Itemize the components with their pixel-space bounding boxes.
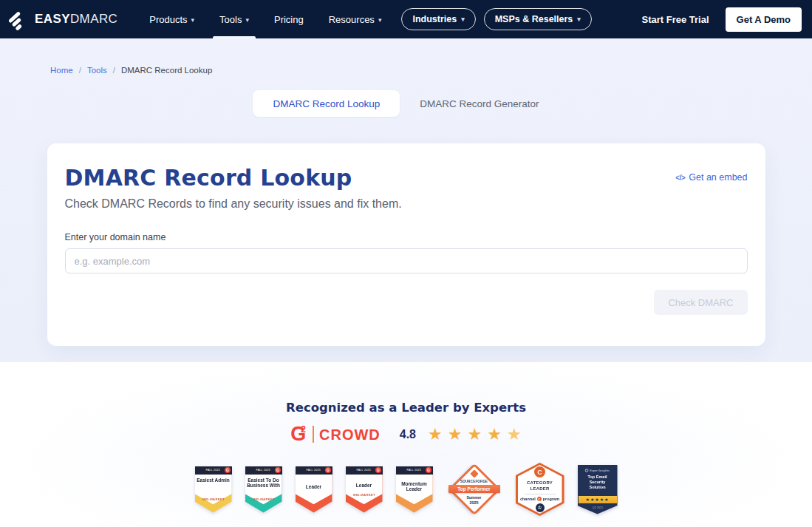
award-badges-row: FALL 2025 G Easiest Admin MID-MARKET FAL… (0, 461, 812, 517)
page-title: DMARC Record Lookup (65, 165, 352, 191)
sourceforge-top-performer-badge: SOURCEFORGE Top Performer Summer 2025 (446, 461, 502, 517)
nav-item-resources[interactable]: Resources ▾ (316, 0, 395, 38)
chevron-down-icon: ▾ (461, 16, 465, 23)
crown-icon: ♔ (536, 503, 545, 512)
nav-right: Start Free Trial Get A Demo (642, 0, 802, 38)
g2-mini-logo-icon: G (325, 467, 331, 473)
g2-badge-easiest-admin: FALL 2025 G Easiest Admin MID-MARKET (195, 466, 232, 513)
nav-label: Resources (329, 14, 375, 25)
chevron-down-icon: ▾ (245, 16, 249, 24)
star-icon: ★ (507, 426, 522, 443)
get-an-embed-link[interactable]: </> Get an embed (675, 172, 747, 183)
nav-label: Tools (219, 14, 242, 25)
easydmarc-logo[interactable]: EASYDMARC (10, 0, 117, 38)
nav-pills: Industries ▾ MSPs & Resellers ▾ (401, 0, 591, 38)
check-dmarc-button[interactable]: Check DMARC (654, 290, 747, 315)
tab-dmarc-record-lookup[interactable]: DMARC Record Lookup (253, 90, 400, 117)
hero-section: Home / Tools / DMARC Record Lookup DMARC… (0, 38, 812, 362)
breadcrumb-tools-link[interactable]: Tools (87, 66, 107, 75)
pill-label: MSPs & Resellers (495, 14, 573, 24)
nav-item-products[interactable]: Products ▾ (137, 0, 207, 38)
star-rating: ★ ★ ★ ★ ★ (428, 426, 522, 443)
nav-label: Products (149, 14, 187, 25)
g2-mini-logo-icon: G (275, 467, 281, 473)
star-icon: ★ (448, 426, 463, 443)
g2-mini-logo-icon: G (426, 467, 431, 473)
start-free-trial-link[interactable]: Start Free Trial (642, 14, 709, 25)
star-icon: ★ (487, 426, 502, 443)
nav-item-pricing[interactable]: Pricing (262, 0, 316, 38)
tab-dmarc-record-generator[interactable]: DMARC Record Generator (400, 90, 559, 117)
g2-mini-logo-icon: G (375, 467, 381, 473)
nav-pill-msps-resellers[interactable]: MSPs & Resellers ▾ (484, 8, 592, 30)
channel-program-category-leader-badge: C CATEGORYLEADER channel C program ♔ (516, 463, 564, 516)
chevron-down-icon: ▾ (577, 16, 581, 23)
breadcrumb: Home / Tools / DMARC Record Lookup (0, 38, 812, 75)
expert-insights-logo-icon (585, 469, 589, 472)
pill-label: Industries (412, 14, 457, 24)
main-nav: Products ▾ Tools ▾ Pricing Resources ▾ (137, 0, 394, 38)
nav-pill-industries[interactable]: Industries ▾ (401, 8, 475, 30)
breadcrumb-current: DMARC Record Lookup (121, 66, 212, 75)
social-proof-section: Recognized as a Leader by Experts G2 CRO… (0, 362, 812, 527)
g2-badge-leader: FALL 2025 G Leader (296, 466, 332, 513)
g2-logo-divider (313, 426, 314, 443)
social-proof-heading: Recognized as a Leader by Experts (0, 401, 812, 415)
channel-program-mini-logo-icon: C (537, 497, 542, 501)
get-a-demo-button[interactable]: Get A Demo (726, 7, 802, 32)
five-stars-band: ★★★★★ (579, 496, 617, 503)
code-icon: </> (675, 174, 685, 182)
page: EASYDMARC Products ▾ Tools ▾ Pricing Res… (0, 0, 812, 527)
nav-label: Pricing (274, 14, 304, 25)
g2-badge-leader-mid-market: FALL 2025 G Leader MID-MARKET (346, 466, 383, 513)
g2-badge-momentum-leader: FALL 2025 G Momentum Leader (396, 466, 433, 513)
rating-value: 4.8 (400, 428, 416, 441)
star-icon: ★ (428, 426, 443, 443)
breadcrumb-home-link[interactable]: Home (50, 66, 73, 75)
g2-logo-icon: G2 (290, 424, 306, 444)
top-navbar: EASYDMARC Products ▾ Tools ▾ Pricing Res… (0, 0, 812, 38)
sourceforge-logo-icon (470, 469, 478, 477)
breadcrumb-separator: / (113, 66, 115, 75)
g2-rating-row: G2 CROWD 4.8 ★ ★ ★ ★ ★ (0, 424, 812, 444)
nav-item-tools[interactable]: Tools ▾ (207, 0, 262, 38)
breadcrumb-separator: / (79, 66, 81, 75)
tool-tabs: DMARC Record Lookup DMARC Record Generat… (0, 90, 812, 117)
easydmarc-logo-icon (7, 6, 33, 32)
chevron-down-icon: ▾ (191, 16, 195, 24)
domain-input-label: Enter your domain name (65, 232, 748, 242)
lookup-card: DMARC Record Lookup </> Get an embed Che… (47, 143, 765, 346)
expert-insights-top-email-security-badge: Expert Insights Top Email Security Solut… (578, 465, 618, 514)
g2-crowd-wordmark: CROWD (319, 427, 381, 442)
chevron-down-icon: ▾ (378, 16, 382, 24)
g2-badge-easiest-to-do-business-with: FALL 2025 G Easiest To Do Business With … (245, 466, 282, 513)
page-subtitle: Check DMARC Records to find any security… (65, 197, 748, 211)
easydmarc-logo-text: EASYDMARC (35, 12, 117, 27)
star-icon: ★ (467, 426, 482, 443)
channel-program-logo-icon: C (534, 466, 545, 477)
g2-mini-logo-icon: G (225, 467, 231, 473)
embed-link-label: Get an embed (689, 172, 747, 183)
domain-input[interactable] (65, 248, 748, 273)
